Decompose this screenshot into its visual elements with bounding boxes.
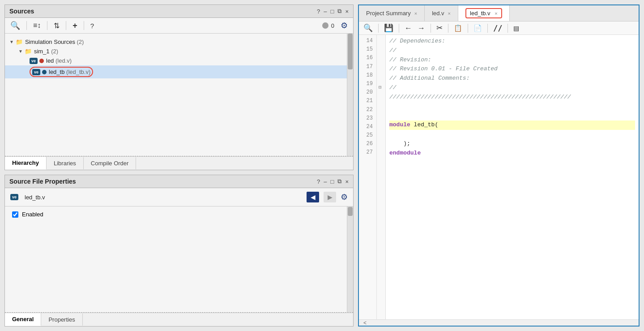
filter-arrows-icon[interactable]: ⇅ [54, 21, 60, 30]
toolbar-div-3 [431, 24, 431, 33]
led-tb-tab-oval: led_tb.v × [465, 8, 502, 18]
tab-libraries[interactable]: Libraries [47, 157, 84, 169]
help-icon[interactable]: ? [317, 8, 320, 15]
editor-tabs: Project Summary × led.v × led_tb.v × [359, 5, 639, 21]
tab-properties[interactable]: Properties [41, 314, 82, 326]
led-v-close[interactable]: × [448, 11, 451, 16]
code-module-name: led_tb( [410, 121, 438, 128]
sfp-ve-badge: ve [10, 194, 18, 200]
gear-icon[interactable]: ⚙ [341, 21, 348, 30]
sfp-float-icon[interactable]: ⧉ [337, 178, 341, 185]
code-content[interactable]: // Dependencies: // // Revision: // Revi… [386, 35, 639, 319]
code-gutter: ⊟ [377, 35, 386, 319]
float-icon[interactable]: ⧉ [337, 8, 341, 15]
toolbar-div-1 [378, 24, 379, 33]
minimize-icon[interactable]: – [324, 8, 327, 15]
line-num-27: 27 [363, 148, 373, 157]
sfp-file-row: ve led_tb.v ◀ ▶ ⚙ [5, 188, 353, 206]
tree-item-sim-sources[interactable]: ▼ 📁 Simulation Sources (2) [5, 37, 353, 47]
editor-search-icon[interactable]: 🔍 [363, 23, 373, 33]
sfp-back-arrow[interactable]: ◀ [307, 192, 319, 202]
maximize-icon[interactable]: □ [331, 8, 334, 15]
tree-item-led-tb[interactable]: ve led_tb (led_tb.v) [5, 65, 353, 78]
tab-led-tb-v[interactable]: led_tb.v × [458, 5, 510, 21]
left-panel: Sources ? – □ ⧉ × 🔍 ≡↕ ⇅ + ? 0 ⚙ [0, 0, 358, 331]
editor-toolbar: 🔍 💾 ← → ✂ 📋 📄 // ▤ [359, 21, 639, 35]
scroll-track[interactable] [347, 34, 353, 156]
fold-icon-20[interactable]: ⊟ [379, 84, 382, 90]
project-summary-close[interactable]: × [414, 11, 417, 16]
toolbar-div-7 [508, 24, 508, 33]
add-icon[interactable]: + [73, 21, 77, 30]
editor-back-icon[interactable]: ← [405, 24, 412, 33]
line-num-23: 23 [363, 114, 373, 123]
code-line-27 [389, 158, 635, 167]
editor-save-icon[interactable]: 💾 [384, 23, 393, 33]
sfp-help-icon[interactable]: ? [317, 178, 320, 185]
sources-panel: Sources ? – □ ⧉ × 🔍 ≡↕ ⇅ + ? 0 ⚙ [4, 4, 354, 170]
badge-area: 0 [322, 22, 334, 29]
sim1-label: sim_1 (2) [34, 48, 58, 55]
folder-icon: 📁 [16, 39, 23, 45]
badge-count: 0 [331, 22, 334, 29]
line-num-17: 17 [363, 63, 373, 71]
sources-tabs: Hierarchy Libraries Compile Order [5, 156, 353, 170]
line-num-14: 14 [363, 37, 373, 45]
tree-item-sim1[interactable]: ▼ 📁 sim_1 (2) [5, 47, 353, 56]
toolbar-div-6 [487, 24, 488, 33]
status-circle [322, 22, 328, 29]
line-num-15: 15 [363, 45, 373, 54]
line-numbers: 14 15 16 17 18 19 20 21 22 23 24 25 26 2… [359, 35, 377, 319]
divider-4 [84, 21, 84, 30]
sfp-minimize-icon[interactable]: – [324, 178, 327, 185]
project-summary-label: Project Summary [366, 10, 411, 17]
divider-2 [47, 21, 47, 30]
code-line-16: // Revision: [389, 56, 635, 65]
tab-led-v[interactable]: led.v × [425, 5, 458, 21]
code-line-15: // [389, 46, 635, 56]
code-line-24 [389, 130, 635, 139]
question-icon[interactable]: ? [90, 22, 94, 30]
filter-lines-icon[interactable]: ≡↕ [33, 21, 41, 30]
code-area: 14 15 16 17 18 19 20 21 22 23 24 25 26 2… [359, 35, 639, 319]
search-icon[interactable]: 🔍 [10, 21, 20, 30]
h-scroll-bar[interactable]: < [359, 319, 639, 326]
h-scroll-left-indicator: < [361, 319, 369, 327]
sfp-forward-arrow[interactable]: ▶ [324, 192, 336, 202]
line-num-24: 24 [363, 123, 373, 131]
editor-forward-icon[interactable]: → [418, 24, 425, 33]
tab-project-summary[interactable]: Project Summary × [359, 5, 425, 21]
line-num-25: 25 [363, 131, 373, 140]
close-icon[interactable]: × [345, 8, 349, 15]
editor-copy-icon[interactable]: 📋 [454, 24, 462, 32]
sfp-maximize-icon[interactable]: □ [331, 178, 334, 185]
ve-badge-led-tb: ve [32, 69, 40, 75]
sources-header: Sources ? – □ ⧉ × [5, 5, 353, 18]
code-line-17: // Revision 0.01 - File Created [389, 64, 635, 74]
led-tb-label: led_tb (led_tb.v) [49, 69, 90, 75]
tab-general[interactable]: General [5, 313, 41, 326]
enabled-checkbox[interactable] [12, 211, 18, 218]
led-tb-v-close[interactable]: × [495, 11, 497, 16]
line-num-21: 21 [363, 97, 373, 105]
sfp-scroll-thumb[interactable] [348, 207, 353, 216]
divider-3 [66, 21, 66, 30]
editor-cut-icon[interactable]: ✂ [436, 23, 443, 33]
editor-paste-icon[interactable]: 📄 [473, 24, 482, 32]
tab-hierarchy[interactable]: Hierarchy [5, 157, 47, 170]
sfp-scroll-track[interactable] [347, 206, 353, 312]
code-line-18: // Additional Comments: [389, 74, 635, 83]
line-num-18: 18 [363, 71, 373, 80]
divider-1 [26, 21, 27, 30]
editor-extra-icon[interactable]: ▤ [513, 25, 519, 32]
editor-comment-icon[interactable]: // [493, 24, 502, 33]
tree-item-led[interactable]: ve led (led.v) [5, 56, 353, 65]
tab-compile-order[interactable]: Compile Order [84, 157, 136, 169]
code-line-26: endmodule [389, 149, 635, 158]
line-num-22: 22 [363, 106, 373, 114]
sfp-gear-icon[interactable]: ⚙ [341, 192, 348, 202]
sfp-close-icon[interactable]: × [345, 178, 349, 185]
sources-header-icons: ? – □ ⧉ × [317, 8, 349, 15]
code-line-25: ); [389, 139, 635, 149]
scroll-thumb[interactable] [348, 34, 353, 69]
